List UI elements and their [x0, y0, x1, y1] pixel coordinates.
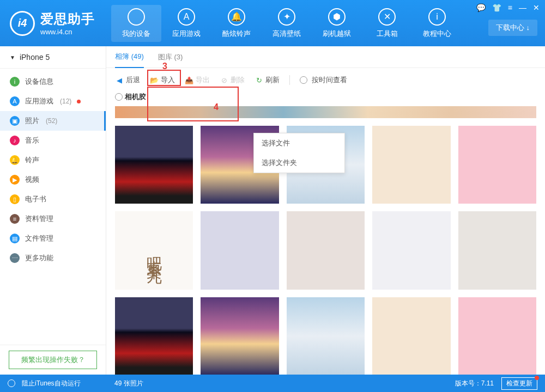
notification-dot-icon [77, 100, 81, 103]
nav-tools[interactable]: ✕工具箱 [362, 5, 412, 42]
delete-button[interactable]: ⊘删除 [220, 75, 245, 85]
sidebar-item-label: 电子书 [25, 194, 46, 204]
content-area: 相簿 (49) 图库 (3) ◀后退 📂导入 📤导出 ⊘删除 ↻刷新 按时间查看… [106, 46, 545, 375]
sidebar-item-6[interactable]: ▯电子书 [0, 189, 106, 209]
box-icon: ⬢ [328, 8, 346, 26]
delete-icon: ⊘ [220, 76, 228, 84]
sidebar-item-count: (52) [46, 117, 57, 125]
photo-thumb[interactable] [458, 297, 536, 375]
photo-thumb[interactable] [201, 297, 278, 375]
album-header: 相机胶 [106, 92, 545, 106]
titlebar: i4 爱思助手 www.i4.cn 我的设备 A应用游戏 🔔酷炫铃声 ✦高清壁纸… [0, 0, 545, 46]
apple-icon [128, 8, 145, 26]
import-button[interactable]: 📂导入 [150, 75, 175, 85]
tab-library[interactable]: 图库 (3) [158, 47, 183, 68]
app-url: www.i4.cn [40, 28, 95, 36]
sidebar-item-5[interactable]: ▶视频 [0, 170, 106, 189]
sort-by-time-button[interactable]: 按时间查看 [300, 75, 347, 85]
sidebar-item-9[interactable]: ⋯更多功能 [0, 248, 106, 268]
feedback-icon[interactable]: 💬 [476, 3, 486, 12]
sidebar-item-4[interactable]: 🔔铃声 [0, 150, 106, 170]
sidebar-item-2[interactable]: ▣照片(52) [0, 111, 106, 131]
select-all-radio[interactable] [115, 93, 123, 101]
sidebar-icon: i [10, 77, 20, 87]
toolbar: ◀后退 📂导入 📤导出 ⊘删除 ↻刷新 按时间查看 [106, 68, 545, 92]
itunes-toggle[interactable] [8, 379, 15, 387]
sidebar-icon: ≡ [10, 214, 20, 224]
export-icon: 📤 [185, 76, 193, 84]
photo-thumb[interactable] [458, 126, 536, 204]
sparkle-icon: ✦ [278, 8, 295, 26]
back-icon: ◀ [115, 76, 124, 84]
sidebar-icon: ▯ [10, 194, 20, 204]
sidebar-item-label: 设备信息 [25, 77, 53, 87]
import-icon: 📂 [150, 76, 159, 84]
minimize-icon[interactable]: — [519, 3, 526, 12]
photo-thumb[interactable] [372, 211, 450, 289]
sidebar: ▼ iPhone 5 i设备信息A应用游戏(12)▣照片(52)♪音乐🔔铃声▶视… [0, 46, 106, 375]
chevron-down-icon: ▼ [10, 54, 15, 60]
photo-thumb[interactable] [201, 211, 278, 289]
sidebar-item-1[interactable]: A应用游戏(12) [0, 91, 106, 111]
download-center-button[interactable]: 下载中心 ↓ [488, 20, 537, 36]
album-name: 相机胶 [125, 92, 146, 102]
app-name: 爱思助手 [40, 10, 95, 28]
sidebar-item-label: 铃声 [25, 155, 39, 165]
photo-count: 49 张照片 [114, 379, 143, 388]
select-file-item[interactable]: 选择文件 [254, 133, 344, 153]
export-button[interactable]: 📤导出 [185, 75, 210, 85]
sidebar-icon: ⋯ [10, 253, 20, 263]
nav-my-device[interactable]: 我的设备 [111, 5, 161, 42]
divider [289, 75, 290, 85]
sidebar-item-label: 文件管理 [25, 234, 53, 243]
photo-strip [115, 106, 536, 118]
sidebar-item-label: 视频 [25, 175, 39, 185]
sidebar-item-0[interactable]: i设备信息 [0, 72, 106, 91]
photo-thumb[interactable] [115, 126, 193, 204]
nav-ringtones[interactable]: 🔔酷炫铃声 [211, 5, 262, 42]
nav-tutorials[interactable]: i教程中心 [412, 5, 462, 42]
device-selector[interactable]: ▼ iPhone 5 [0, 46, 106, 69]
sidebar-item-8[interactable]: ▤文件管理 [0, 229, 106, 248]
faq-button[interactable]: 频繁出现操作失败？ [9, 351, 97, 369]
sidebar-item-3[interactable]: ♪音乐 [0, 131, 106, 150]
import-dropdown: 选择文件 选择文件夹 [253, 133, 345, 173]
sidebar-item-label: 更多功能 [25, 253, 53, 263]
close-icon[interactable]: ✕ [533, 3, 540, 12]
sidebar-icon: 🔔 [10, 155, 20, 165]
apps-icon: A [178, 8, 195, 26]
sidebar-icon: ▤ [10, 234, 20, 243]
sidebar-item-label: 应用游戏 [25, 96, 53, 106]
back-button[interactable]: ◀后退 [115, 75, 140, 85]
tab-albums[interactable]: 相簿 (49) [115, 46, 144, 68]
photo-thumb[interactable]: 吧 東 桑 九 [115, 211, 193, 289]
nav-jailbreak[interactable]: ⬢刷机越狱 [312, 5, 362, 42]
photo-thumb[interactable] [115, 297, 193, 375]
photo-thumb[interactable] [372, 126, 450, 204]
photo-thumb[interactable] [458, 211, 536, 289]
select-folder-item[interactable]: 选择文件夹 [254, 153, 344, 173]
main-nav: 我的设备 A应用游戏 🔔酷炫铃声 ✦高清壁纸 ⬢刷机越狱 ✕工具箱 i教程中心 [111, 5, 462, 42]
photo-thumb[interactable] [372, 297, 450, 375]
sidebar-icon: ▶ [10, 175, 20, 185]
content-tabs: 相簿 (49) 图库 (3) [106, 46, 545, 68]
sidebar-icon: ▣ [10, 116, 20, 126]
window-controls: 💬 👕 ≡ — ✕ [476, 3, 540, 12]
update-dot-icon [535, 376, 539, 380]
sidebar-item-7[interactable]: ≡资料管理 [0, 209, 106, 229]
refresh-icon: ↻ [255, 76, 263, 84]
logo-icon: i4 [10, 11, 35, 36]
bell-icon: 🔔 [228, 8, 245, 26]
photo-thumb[interactable] [287, 211, 365, 289]
nav-wallpapers[interactable]: ✦高清壁纸 [262, 5, 312, 42]
photo-thumb[interactable] [287, 297, 365, 375]
radio-icon [300, 76, 307, 84]
device-name: iPhone 5 [20, 53, 50, 62]
refresh-button[interactable]: ↻刷新 [255, 75, 280, 85]
skin-icon[interactable]: 👕 [492, 3, 501, 12]
nav-apps[interactable]: A应用游戏 [161, 5, 211, 42]
check-update-button[interactable]: 检查更新 [501, 377, 537, 390]
statusbar: 阻止iTunes自动运行 49 张照片 版本号：7.11 检查更新 [0, 375, 545, 392]
sidebar-icon: A [10, 96, 20, 106]
menu-icon[interactable]: ≡ [508, 3, 512, 12]
